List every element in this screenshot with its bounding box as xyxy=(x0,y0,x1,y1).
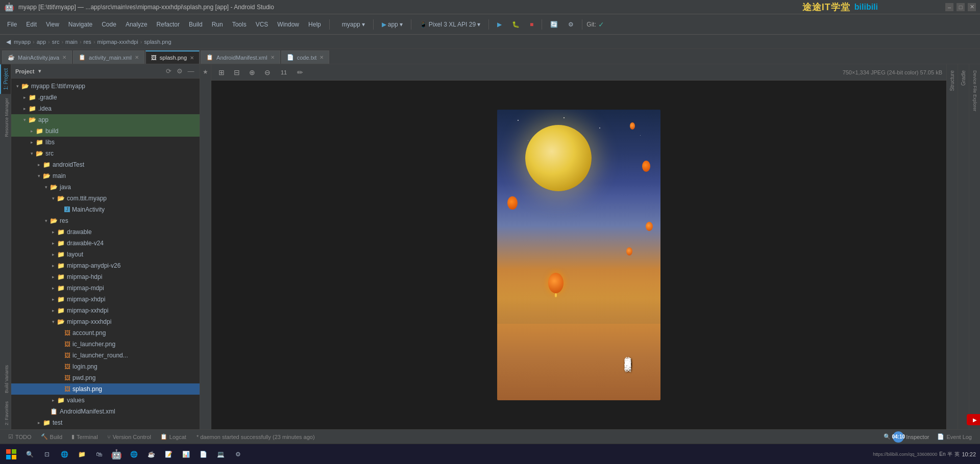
menu-item-window[interactable]: Window xyxy=(273,17,303,32)
menu-item-refactor[interactable]: Refactor xyxy=(153,17,184,32)
taskbar-other2[interactable]: ⚙ xyxy=(230,446,246,462)
tree-item-15[interactable]: ▸📁layout xyxy=(11,249,200,260)
back-button[interactable]: ◀ xyxy=(4,36,13,47)
menu-item-file[interactable]: File xyxy=(3,17,21,32)
tab-4[interactable]: 📄code.txt✕ xyxy=(281,50,330,64)
todo-tab[interactable]: ☑ TODO xyxy=(4,432,36,441)
ime-indicator[interactable]: 半 xyxy=(947,451,952,458)
menu-item-edit[interactable]: Edit xyxy=(22,17,41,32)
tree-item-11[interactable]: 🅹MainActivity xyxy=(11,204,200,215)
breadcrumb-item-5[interactable]: mipmap-xxxhdpi xyxy=(97,39,138,45)
menu-item-vcs[interactable]: VCS xyxy=(252,17,273,32)
tree-item-2[interactable]: ▸📁.idea xyxy=(11,103,200,114)
taskbar-search[interactable]: 🔍 xyxy=(21,446,38,462)
taskbar-taskview[interactable]: ⊡ xyxy=(39,446,55,462)
tab-close-1[interactable]: ✕ xyxy=(135,55,139,60)
breadcrumb-item-4[interactable]: res xyxy=(84,39,91,45)
tab-2[interactable]: 🖼splash.png✕ xyxy=(145,50,200,64)
panel-dropdown-icon[interactable]: ▾ xyxy=(38,68,41,74)
tree-item-1[interactable]: ▸📁.gradle xyxy=(11,92,200,103)
app-config-btn[interactable]: ▶ app▾ xyxy=(378,17,407,32)
tree-item-17[interactable]: ▸📁mipmap-hdpi xyxy=(11,271,200,282)
breadcrumb-item-3[interactable]: main xyxy=(65,39,78,45)
tab-close-3[interactable]: ✕ xyxy=(271,55,275,60)
menu-item-build[interactable]: Build xyxy=(185,17,207,32)
breadcrumb-item-6[interactable]: splash.png xyxy=(144,39,171,45)
taskbar-other1[interactable]: 💻 xyxy=(212,446,229,462)
build-tab[interactable]: 🔨 Build xyxy=(37,432,66,441)
tab-0[interactable]: ☕MainActivity.java✕ xyxy=(2,50,72,64)
start-button[interactable] xyxy=(2,445,20,463)
zoom-out-button[interactable]: ⊖ xyxy=(261,66,274,79)
breadcrumb-item-2[interactable]: src xyxy=(52,39,60,45)
tree-item-18[interactable]: ▸📁mipmap-mdpi xyxy=(11,282,200,294)
debug-button[interactable]: 🐛 xyxy=(508,17,524,32)
tree-item-20[interactable]: ▸📁mipmap-xxhdpi xyxy=(11,305,200,316)
tab-close-2[interactable]: ✕ xyxy=(190,55,194,61)
minimize-button[interactable]: – xyxy=(945,3,953,11)
encoding-indicator[interactable]: 英 xyxy=(954,451,960,458)
sync-button[interactable]: 🔄 xyxy=(546,17,562,32)
tree-item-19[interactable]: ▸📁mipmap-xhdpi xyxy=(11,294,200,305)
project-side-tab[interactable]: 1: Project xyxy=(0,64,11,94)
taskbar-notepad[interactable]: 📝 xyxy=(160,446,177,462)
tree-item-12[interactable]: ▾📂res xyxy=(11,215,200,226)
tree-item-29[interactable]: 📋AndroidManifest.xml xyxy=(11,406,200,417)
favorites-tab[interactable]: 2: Favorites xyxy=(0,397,11,429)
panel-settings-btn[interactable]: ⚙ xyxy=(175,67,184,76)
tab-close-0[interactable]: ✕ xyxy=(62,55,66,60)
tree-item-21[interactable]: ▾📂mipmap-xxxhdpi xyxy=(11,316,200,327)
tree-item-14[interactable]: ▸📁drawable-v24 xyxy=(11,238,200,249)
tree-item-22[interactable]: 🖼account.png xyxy=(11,327,200,339)
panel-sync-btn[interactable]: ⟳ xyxy=(164,67,173,76)
tree-item-13[interactable]: ▸📁drawable xyxy=(11,226,200,238)
inspector-button[interactable]: 🔍 04:10 Inspector xyxy=(884,431,929,443)
tree-item-25[interactable]: 🖼login.png xyxy=(11,361,200,372)
taskbar-android-studio[interactable]: 🤖 xyxy=(108,446,125,462)
menu-item-navigate[interactable]: Navigate xyxy=(64,17,96,32)
tree-item-9[interactable]: ▾📂java xyxy=(11,182,200,193)
tree-item-6[interactable]: ▾📂src xyxy=(11,148,200,159)
menu-item-code[interactable]: Code xyxy=(97,17,120,32)
zoom-in-button[interactable]: ⊕ xyxy=(246,66,258,79)
close-button[interactable]: ✕ xyxy=(968,3,976,11)
tree-item-26[interactable]: 🖼pwd.png xyxy=(11,372,200,383)
pencil-button[interactable]: ✏ xyxy=(294,66,306,79)
tab-3[interactable]: 📋AndroidManifest.xml✕ xyxy=(201,50,280,64)
gradle-tab[interactable]: Gradle xyxy=(959,66,968,90)
fit-button[interactable]: ⊞ xyxy=(215,66,228,79)
youtube-button[interactable]: ▶ xyxy=(967,414,981,425)
grid-button[interactable]: ⊟ xyxy=(231,66,243,79)
event-log-tab[interactable]: 📄 Event Log xyxy=(933,432,976,441)
tree-item-8[interactable]: ▾📂main xyxy=(11,170,200,182)
tree-item-7[interactable]: ▸📁androidTest xyxy=(11,159,200,170)
tree-item-3[interactable]: ▾📂app xyxy=(11,114,200,125)
panel-minimize-btn[interactable]: — xyxy=(186,67,195,76)
menu-item-analyze[interactable]: Analyze xyxy=(121,17,152,32)
tab-close-4[interactable]: ✕ xyxy=(320,55,324,60)
taskbar-word[interactable]: 📄 xyxy=(195,446,211,462)
taskbar-java[interactable]: ☕ xyxy=(143,446,159,462)
logcat-tab[interactable]: 📋 Logcat xyxy=(156,432,190,441)
tree-item-28[interactable]: ▸📁values xyxy=(11,395,200,406)
taskbar-ie[interactable]: 🌐 xyxy=(56,446,72,462)
version-control-tab[interactable]: ⑂ Version Control xyxy=(103,433,155,441)
tree-item-4[interactable]: ▸📁build xyxy=(11,125,200,137)
taskbar-excel[interactable]: 📊 xyxy=(178,446,194,462)
breadcrumb-item-0[interactable]: myapp xyxy=(14,39,31,45)
tree-item-5[interactable]: ▸📁libs xyxy=(11,137,200,148)
build-variants-tab[interactable]: Build Variants xyxy=(0,361,11,397)
project-selector[interactable]: myapp▾ xyxy=(338,17,369,32)
tree-item-27[interactable]: 🖼splash.png xyxy=(11,383,200,395)
stop-button[interactable]: ■ xyxy=(526,17,537,32)
taskbar-explorer[interactable]: 📁 xyxy=(74,446,90,462)
tree-item-30[interactable]: ▸📁test xyxy=(11,417,200,428)
run-button[interactable]: ▶ xyxy=(493,17,506,32)
maximize-button[interactable]: □ xyxy=(957,3,965,11)
image-canvas[interactable]: 你是遥远的明月挂在每一个思念你的夜 xyxy=(211,81,946,429)
language-indicator[interactable]: En xyxy=(939,451,945,457)
settings-button[interactable]: ⚙ xyxy=(564,17,578,32)
tab-1[interactable]: 📋activity_main.xml✕ xyxy=(73,50,144,64)
tree-item-23[interactable]: 🖼ic_launcher.png xyxy=(11,339,200,350)
tree-item-24[interactable]: 🖼ic_launcher_round... xyxy=(11,350,200,361)
